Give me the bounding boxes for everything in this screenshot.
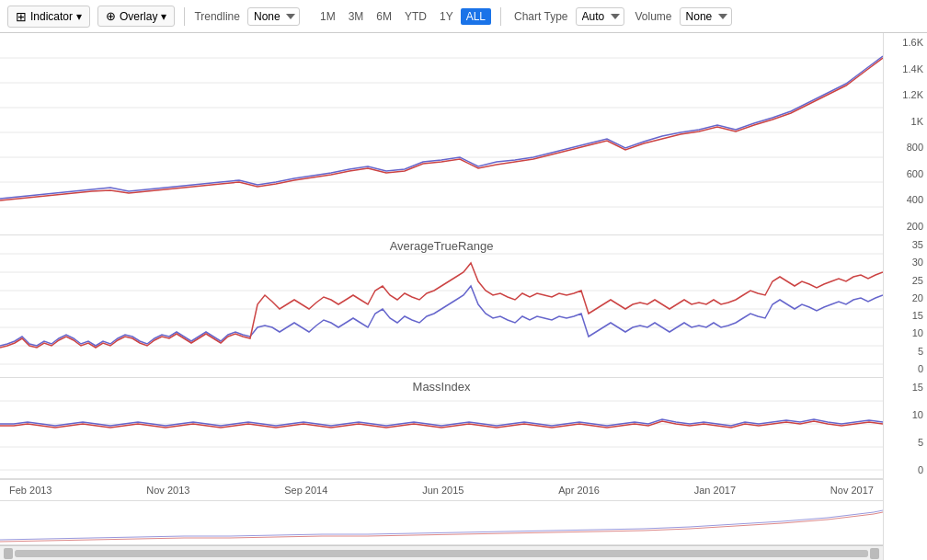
- y-atr-15: 15: [887, 310, 923, 321]
- y-mass-5: 5: [887, 437, 923, 448]
- y-main-200: 200: [887, 221, 923, 232]
- y-main-1200: 1.2K: [887, 89, 923, 100]
- chart-container: 1.6K 1.4K 1.2K 1K 800 600 400 200 Averag…: [0, 33, 927, 560]
- yaxis-mass: 15 10 5 0: [883, 378, 927, 479]
- trendline-label: Trendline: [194, 10, 240, 23]
- y-mass-0: 0: [887, 464, 923, 475]
- trendline-select[interactable]: None: [247, 7, 300, 26]
- toolbar: ⊞ Indicator ▾ ⊕ Overlay ▾ Trendline None…: [0, 0, 927, 33]
- period-ytd[interactable]: YTD: [399, 8, 432, 25]
- volume-label: Volume: [635, 10, 672, 23]
- chart-type-label: Chart Type: [514, 10, 567, 23]
- period-6m[interactable]: 6M: [371, 8, 397, 25]
- y-main-600: 600: [887, 168, 923, 179]
- scroll-left-handle[interactable]: [4, 548, 13, 559]
- scroll-right-handle[interactable]: [870, 548, 879, 559]
- period-buttons: 1M 3M 6M YTD 1Y ALL: [315, 8, 491, 25]
- y-main-400: 400: [887, 194, 923, 205]
- mini-chart-svg: [0, 501, 883, 545]
- scroll-track[interactable]: [15, 550, 868, 557]
- y-main-1000: 1K: [887, 116, 923, 127]
- y-mass-10: 10: [887, 409, 923, 420]
- overlay-label: Overlay: [120, 10, 157, 23]
- y-atr-5: 5: [887, 346, 923, 357]
- x-label-nov2013: Nov 2013: [146, 485, 189, 496]
- y-main-800: 800: [887, 142, 923, 153]
- y-main-1600: 1.6K: [887, 37, 923, 48]
- yaxis-xaxis-spacer: [883, 479, 927, 501]
- mass-chart-panel[interactable]: MassIndex: [0, 378, 883, 479]
- y-atr-0: 0: [887, 363, 923, 374]
- chart-type-select[interactable]: Auto: [576, 7, 624, 26]
- overlay-icon: ⊕: [106, 9, 116, 23]
- period-1y[interactable]: 1Y: [434, 8, 459, 25]
- main-chart-panel[interactable]: [0, 33, 883, 235]
- indicator-button[interactable]: ⊞ Indicator ▾: [7, 6, 90, 28]
- main-chart-svg: [0, 33, 883, 235]
- period-all[interactable]: ALL: [461, 8, 491, 25]
- y-main-1400: 1.4K: [887, 63, 923, 74]
- overlay-chevron: ▾: [161, 10, 166, 23]
- separator-1: [184, 7, 185, 26]
- x-label-nov2017: Nov 2017: [830, 485, 874, 496]
- indicator-label: Indicator: [30, 10, 73, 23]
- overlay-button[interactable]: ⊕ Overlay ▾: [97, 6, 175, 27]
- period-1m[interactable]: 1M: [315, 8, 341, 25]
- x-label-apr2016: Apr 2016: [558, 485, 600, 496]
- indicator-icon: ⊞: [16, 9, 27, 24]
- x-label-jun2015: Jun 2015: [422, 485, 464, 496]
- y-atr-10: 10: [887, 327, 923, 338]
- atr-chart-panel[interactable]: AverageTrueRange: [0, 235, 883, 378]
- mass-chart-svg: [0, 378, 883, 479]
- scroll-thumb[interactable]: [15, 550, 868, 557]
- yaxis-main: 1.6K 1.4K 1.2K 1K 800 600 400 200: [883, 33, 927, 235]
- x-label-sep2014: Sep 2014: [284, 485, 327, 496]
- y-atr-30: 30: [887, 257, 923, 268]
- y-atr-20: 20: [887, 292, 923, 303]
- x-axis: Feb 2013 Nov 2013 Sep 2014 Jun 2015 Apr …: [0, 479, 883, 501]
- x-label-jan2017: Jan 2017: [694, 485, 736, 496]
- period-3m[interactable]: 3M: [343, 8, 370, 25]
- indicator-chevron: ▾: [76, 10, 82, 23]
- y-mass-15: 15: [887, 382, 923, 393]
- mini-chart-panel[interactable]: [0, 501, 883, 545]
- y-atr-35: 35: [887, 239, 923, 250]
- volume-select[interactable]: None: [680, 7, 732, 26]
- yaxis-mini-spacer: [883, 501, 927, 560]
- atr-chart-svg: [0, 235, 883, 378]
- y-atr-25: 25: [887, 275, 923, 286]
- x-label-feb2013: Feb 2013: [9, 485, 52, 496]
- yaxis-atr: 35 30 25 20 15 10 5 0: [883, 235, 927, 378]
- separator-2: [500, 7, 501, 26]
